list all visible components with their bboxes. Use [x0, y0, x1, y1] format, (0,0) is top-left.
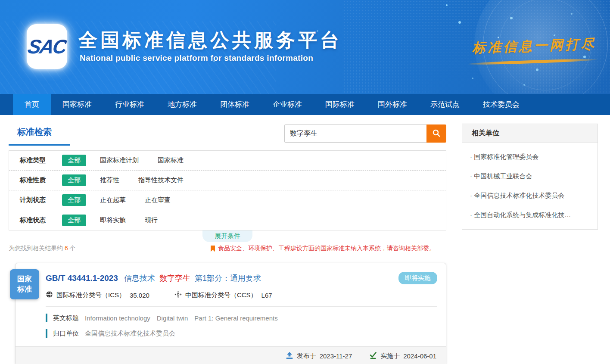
implemented-date-item: 实施于 2024-06-01: [369, 352, 436, 361]
filter-row-plan-status: 计划状态 全部 正在起草 正在审查: [9, 190, 446, 210]
filter-option[interactable]: 指导性技术文件: [138, 176, 184, 184]
detail-label: 英文标题: [53, 314, 79, 322]
expand-conditions-button[interactable]: 展开条件: [202, 230, 252, 242]
platform-title: 全国标准信息公共服务平台: [78, 28, 342, 53]
nav-item-enterprise-standards[interactable]: 企业标准: [261, 94, 314, 115]
notice-text: 食品安全、环境保护、工程建设方面的国家标准未纳入本系统，请咨询相关部委。: [218, 245, 435, 252]
results-info-row: 为您找到相关结果约6个 食品安全、环境保护、工程建设方面的国家标准未纳入本系统，…: [9, 245, 446, 252]
ics-label: 国际标准分类号（ICS）: [56, 291, 125, 299]
standard-type-badge: 国家 标准: [10, 269, 39, 299]
card-meta-row: 国际标准分类号（ICS） 35.020 中国标准分类号（CCS） L67: [46, 291, 437, 299]
sac-logo-text: SAC: [26, 35, 68, 58]
accent-bar: [46, 314, 47, 322]
nav-item-group-standards[interactable]: 团体标准: [209, 94, 261, 115]
filter-option[interactable]: 国家标准计划: [100, 156, 139, 165]
page: SAC 全国标准信息公共服务平台 National public service…: [0, 0, 610, 364]
card-footer: 发布于 2023-11-27 实施于 2024-06-01: [16, 346, 446, 364]
filter-option[interactable]: 现行: [145, 216, 158, 224]
related-units-title: 相关单位: [462, 124, 598, 143]
filter-row-standard-type: 标准类型 全部 国家标准计划 国家标准: [9, 151, 446, 171]
badge-line1: 国家: [17, 274, 32, 284]
system-notice: 食品安全、环境保护、工程建设方面的国家标准未纳入本系统，请咨询相关部委。: [211, 245, 446, 252]
sidebar: 相关单位 国家标准化管理委员会 中国机械工业联合会 全国信息技术标准化技术委员会…: [462, 124, 598, 364]
implemented-label: 实施于: [380, 352, 400, 360]
expand-wrap: 展开条件: [9, 230, 446, 242]
filter-all-button[interactable]: 全部: [62, 155, 86, 166]
accent-bar: [46, 329, 47, 338]
standard-title-part2[interactable]: 第1部分：通用要求: [195, 273, 261, 283]
bookmark-icon: [211, 246, 215, 252]
detail-value: 全国信息技术标准化技术委员会: [85, 330, 175, 338]
filter-label: 标准类型: [20, 156, 62, 165]
globe-icon: [46, 291, 56, 299]
search-icon: [432, 129, 441, 139]
filter-row-standard-nature: 标准性质 全部 推荐性 指导性技术文件: [9, 171, 446, 190]
results-count-prefix: 为您找到相关结果约: [9, 245, 63, 252]
related-unit-link[interactable]: 国家标准化管理委员会: [462, 147, 598, 167]
search-input[interactable]: [284, 124, 426, 143]
ccs-value: L67: [261, 292, 272, 299]
results-count: 为您找到相关结果约6个: [9, 245, 76, 252]
filter-all-button[interactable]: 全部: [62, 215, 86, 226]
related-unit-link[interactable]: 全国自动化系统与集成标准化技…: [462, 205, 598, 225]
filter-option[interactable]: 推荐性: [100, 176, 119, 184]
sparkle-dots: [446, 4, 448, 6]
standard-title-highlight[interactable]: 数字孪生: [159, 273, 190, 283]
search-section: 标准检索: [9, 124, 446, 149]
nav-item-technical-committee[interactable]: 技术委员会: [471, 94, 531, 115]
detail-label: 归口单位: [53, 330, 79, 338]
sac-logo[interactable]: SAC: [27, 24, 67, 69]
filter-all-button[interactable]: 全部: [62, 194, 86, 206]
published-date: 2023-11-27: [320, 352, 352, 360]
main-nav: 首页 国家标准 行业标准 地方标准 团体标准 企业标准 国际标准 国外标准 示范…: [0, 94, 610, 115]
implemented-date: 2024-06-01: [403, 352, 436, 360]
card-divider: [46, 306, 437, 307]
upload-icon: [286, 352, 293, 361]
nav-item-industry-standards[interactable]: 行业标准: [103, 94, 156, 115]
site-header: SAC 全国标准信息公共服务平台 National public service…: [0, 0, 610, 94]
ics-meta: 国际标准分类号（ICS） 35.020: [46, 291, 149, 299]
filter-row-standard-status: 标准状态 全部 即将实施 现行: [9, 210, 446, 230]
nav-item-international-standards[interactable]: 国际标准: [314, 94, 366, 115]
published-date-item: 发布于 2023-11-27: [286, 352, 352, 361]
filter-option[interactable]: 正在起草: [100, 196, 126, 204]
related-unit-link[interactable]: 中国机械工业联合会: [462, 167, 598, 186]
filter-option[interactable]: 国家标准: [158, 156, 184, 165]
published-label: 发布于: [297, 352, 316, 360]
nav-item-local-standards[interactable]: 地方标准: [156, 94, 209, 115]
platform-subtitle: National public service platform for sta…: [80, 53, 313, 63]
nav-item-national-standards[interactable]: 国家标准: [51, 94, 103, 115]
status-badge: 即将实施: [398, 272, 437, 284]
card-title-row: GB/T 43441.1-2023 信息技术 数字孪生 第1部分：通用要求 即将…: [46, 272, 437, 284]
check-icon: [369, 352, 377, 361]
related-units-list: 国家标准化管理委员会 中国机械工业联合会 全国信息技术标准化技术委员会 全国自动…: [462, 143, 598, 229]
filter-label: 计划状态: [20, 196, 62, 204]
ccs-label: 中国标准分类号（CCS）: [185, 291, 257, 299]
standard-result-card: 国家 标准 GB/T 43441.1-2023 信息技术 数字孪生 第1部分：通…: [15, 263, 446, 364]
standard-code-link[interactable]: GB/T 43441.1-2023: [46, 274, 118, 283]
filter-option[interactable]: 即将实施: [100, 216, 126, 224]
nav-item-pilot[interactable]: 示范试点: [419, 94, 471, 115]
filter-label: 标准性质: [20, 176, 62, 184]
filter-label: 标准状态: [20, 216, 62, 224]
badge-line2: 标准: [17, 284, 32, 295]
results-count-suffix: 个: [70, 245, 76, 252]
ccs-meta: 中国标准分类号（CCS） L67: [174, 291, 272, 299]
related-units-box: 相关单位 国家标准化管理委员会 中国机械工业联合会 全国信息技术标准化技术委员会…: [462, 124, 598, 230]
english-title-row: 英文标题 Information technology—Digital twin…: [46, 314, 437, 322]
filter-option[interactable]: 正在审查: [145, 196, 171, 204]
content-column: 标准检索 标准类型 全部 国家标准计划 国家标准: [9, 124, 446, 364]
filter-all-button[interactable]: 全部: [62, 174, 86, 186]
search-box: [284, 124, 446, 143]
main-area: 标准检索 标准类型 全部 国家标准计划 国家标准: [0, 115, 610, 364]
ics-value: 35.020: [130, 292, 149, 299]
filter-panel: 标准类型 全部 国家标准计划 国家标准 标准性质 全部 推荐性 指导性技术文件 …: [9, 150, 446, 230]
related-unit-link[interactable]: 全国信息技术标准化技术委员会: [462, 186, 598, 205]
search-button[interactable]: [426, 124, 446, 143]
page-title: 标准检索: [17, 126, 52, 138]
results-count-number: 6: [65, 245, 68, 252]
nav-item-home[interactable]: 首页: [13, 94, 51, 115]
standard-title-part1[interactable]: 信息技术: [124, 273, 155, 283]
nav-item-foreign-standards[interactable]: 国外标准: [366, 94, 419, 115]
compass-arrows-icon: [174, 291, 185, 299]
